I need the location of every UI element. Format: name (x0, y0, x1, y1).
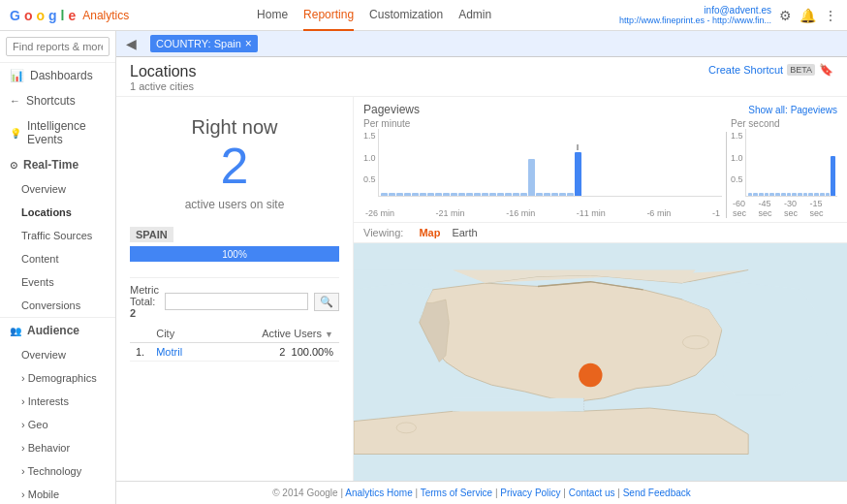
main-layout: 📊 Dashboards ← Shortcuts 💡 Intelligence … (0, 31, 847, 504)
logo: Google Analytics (10, 8, 129, 23)
bar (435, 193, 442, 196)
sidebar-item-technology[interactable]: › Technology (0, 459, 115, 483)
intelligence-icon: 💡 (10, 128, 21, 139)
collapse-button[interactable]: ◀ (126, 36, 137, 51)
audience-icon: 👥 (10, 326, 21, 336)
sidebar-item-intelligence[interactable]: 💡 Intelligence Events (0, 113, 115, 152)
footer-privacy[interactable]: Privacy Policy (500, 488, 560, 498)
footer-tos[interactable]: Terms of Service (421, 488, 492, 498)
per-second-chart: Per second 1.5 1.0 0.5 (731, 118, 837, 218)
bookmark-icon: 🔖 (819, 63, 833, 77)
sidebar-item-shortcuts[interactable]: ← Shortcuts (0, 88, 115, 113)
sidebar: 📊 Dashboards ← Shortcuts 💡 Intelligence … (0, 31, 116, 504)
bar (559, 193, 566, 196)
sidebar-item-demographics[interactable]: › Demographics (0, 366, 115, 390)
chart-pageviews: Pageviews Show all: Pageviews Per minute… (363, 103, 837, 216)
sidebar-item-conversions[interactable]: Conversions (0, 294, 115, 317)
grid-icon[interactable]: ⋮ (824, 8, 837, 23)
bar (427, 193, 434, 196)
sidebar-item-geo[interactable]: › Geo (0, 413, 115, 436)
sidebar-item-behavior[interactable]: › Behavior (0, 436, 115, 459)
bar-s (781, 193, 786, 196)
create-shortcut-button[interactable]: Create Shortcut BETA 🔖 (708, 63, 833, 77)
nav-home[interactable]: Home (257, 0, 288, 31)
realtime-icon: ⊙ (10, 160, 17, 171)
bar (489, 193, 496, 196)
page-title-area: Locations 1 active cities (130, 63, 197, 92)
city-link[interactable]: Motril (156, 346, 182, 358)
col-users: Active Users ▼ (209, 325, 339, 343)
search-input[interactable] (6, 37, 110, 56)
sidebar-section: 📊 Dashboards ← Shortcuts 💡 Intelligence … (0, 63, 115, 504)
right-now-section: Right now 2 active users on site (130, 107, 339, 211)
tab-map[interactable]: Map (419, 227, 440, 238)
filter-bar: ◀ COUNTRY: Spain × (116, 31, 847, 57)
sidebar-item-interests[interactable]: › Interests (0, 390, 115, 413)
map-tabs: Viewing: Map Earth (354, 223, 847, 243)
per-minute-chart: Per minute 1.5 1.0 0.5 (363, 118, 722, 218)
sidebar-item-mobile[interactable]: › Mobile (0, 483, 115, 504)
spain-bar-section: SPAIN 100% (130, 227, 339, 262)
bar-s (775, 193, 780, 196)
spain-pct: 100% (222, 249, 247, 260)
metric-search-input[interactable] (165, 293, 308, 310)
bar-s (792, 193, 797, 196)
spain-bar-bg: 100% (130, 246, 339, 262)
bar-s (787, 193, 792, 196)
main-panel: Right now 2 active users on site SPAIN 1… (116, 97, 847, 481)
sidebar-item-events[interactable]: Events (0, 270, 115, 294)
spain-bar-fill: 100% (130, 246, 339, 262)
page-subtitle: 1 active cities (130, 80, 197, 92)
tab-earth[interactable]: Earth (452, 227, 477, 238)
bar-chart-minute (378, 129, 722, 197)
bar-s (826, 193, 831, 196)
footer-contact[interactable]: Contact us (569, 488, 615, 498)
nav-customization[interactable]: Customization (369, 0, 443, 31)
sidebar-item-content[interactable]: Content (0, 247, 115, 270)
filter-remove-button[interactable]: × (245, 37, 252, 50)
bar-highlight (575, 152, 581, 196)
top-nav: Home Reporting Customization Admin (257, 0, 491, 31)
sidebar-item-traffic[interactable]: Traffic Sources (0, 224, 115, 247)
footer: © 2014 Google | Analytics Home | Terms o… (116, 481, 847, 504)
right-now-sub: active users on site (130, 198, 339, 211)
spain-shape (420, 282, 722, 402)
bar (551, 193, 558, 196)
filter-tag-country: COUNTRY: Spain × (150, 35, 258, 52)
map-svg (354, 243, 847, 481)
atlantic (354, 269, 432, 322)
shortcuts-icon: ← (10, 95, 20, 107)
bar (536, 193, 543, 196)
nav-admin[interactable]: Admin (458, 0, 491, 31)
bar (451, 193, 457, 196)
page-title: Locations (130, 63, 197, 80)
viewing-label: Viewing: (363, 227, 403, 238)
logo-analytics: Analytics (82, 9, 129, 22)
sidebar-item-realtime[interactable]: ⊙ Real-Time (0, 152, 115, 177)
bar-s-highlight (831, 156, 835, 196)
footer-feedback[interactable]: Send Feedback (623, 488, 691, 498)
metric-search-button[interactable]: 🔍 (314, 293, 339, 311)
sidebar-item-audience[interactable]: 👥 Audience (0, 318, 115, 343)
bar-s (759, 193, 764, 196)
bell-icon[interactable]: 🔔 (800, 8, 816, 23)
sidebar-item-overview[interactable]: Overview (0, 177, 115, 201)
page-header: Locations 1 active cities Create Shortcu… (116, 57, 847, 97)
right-now-label: Right now (130, 116, 339, 139)
bar (396, 193, 403, 196)
location-dot-motril (579, 363, 602, 387)
footer-analytics-home[interactable]: Analytics Home (345, 488, 412, 498)
bar-chart-second (745, 129, 837, 197)
show-all-button[interactable]: Show all: Pageviews (748, 105, 837, 115)
time-labels-minute: -26 min -21 min -16 min -11 min -6 min -… (363, 208, 722, 218)
bar (458, 193, 465, 196)
settings-icon[interactable]: ⚙ (779, 8, 792, 23)
sidebar-item-dashboards[interactable]: 📊 Dashboards (0, 63, 115, 88)
account-url: info@advent.es http://www.fineprint.es -… (619, 5, 771, 25)
bar (404, 193, 411, 196)
map-area (354, 243, 847, 481)
nav-reporting[interactable]: Reporting (303, 0, 354, 31)
sidebar-item-locations[interactable]: Locations (0, 201, 115, 224)
col-city: City (150, 325, 209, 343)
sidebar-subitem-overview[interactable]: Overview (0, 343, 115, 366)
